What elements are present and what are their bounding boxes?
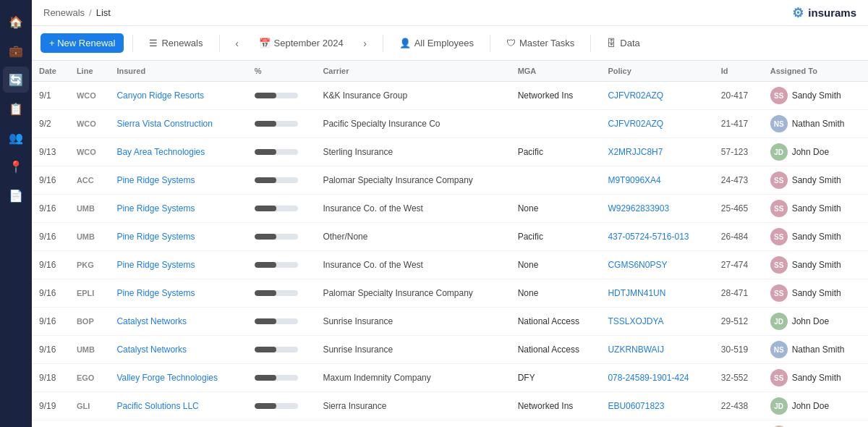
cell-policy[interactable]: EBU06071823 — [600, 392, 713, 420]
policy-link[interactable]: X2MRJJC8H7 — [608, 147, 663, 157]
date-label: September 2024 — [274, 38, 344, 48]
cell-insured[interactable]: Catalyst Networks — [109, 308, 247, 336]
cell-mga: National Access — [511, 308, 601, 336]
cell-insured[interactable]: Pine Ridge Systems — [109, 279, 247, 308]
breadcrumb-current: List — [96, 7, 111, 18]
table-row[interactable]: 9/16 ACC Pine Ridge Systems Palomar Spec… — [32, 166, 868, 195]
cell-insured[interactable]: Valley Forge Technologies — [109, 364, 247, 392]
cell-policy[interactable]: UZKRNBWAIJ — [600, 336, 713, 364]
insured-link[interactable]: Pacific Solutions LLC — [116, 401, 198, 411]
cell-policy[interactable]: W92962833903 — [600, 195, 713, 223]
assigned-name: Sandy Smith — [792, 175, 841, 185]
insured-link[interactable]: Pine Ridge Systems — [116, 203, 195, 214]
insured-link[interactable]: Canyon Ridge Resorts — [116, 90, 204, 101]
policy-link[interactable]: TSSLXOJDYA — [608, 316, 663, 326]
sidebar-item-briefcase[interactable]: 💼 — [3, 38, 29, 64]
cell-date: 9/16 — [32, 279, 69, 308]
cell-insured[interactable]: Pacific Solutions LLC — [109, 392, 247, 420]
col-date: Date — [32, 61, 69, 82]
table-row[interactable]: 9/13 WCO Bay Area Technologies Sterling … — [32, 138, 868, 166]
progress-bar — [255, 290, 298, 296]
cell-policy[interactable]: W06684450454 — [600, 420, 713, 428]
table-row[interactable]: 9/16 PKG Pine Ridge Systems Insurance Co… — [32, 251, 868, 279]
table-row[interactable]: 9/19 UMB Pacific Solutions LLC The Ohio … — [32, 420, 868, 428]
insured-link[interactable]: Pine Ridge Systems — [116, 260, 195, 270]
insured-link[interactable]: Pine Ridge Systems — [116, 288, 195, 298]
table-row[interactable]: 9/16 UMB Catalyst Networks Sunrise Insur… — [32, 336, 868, 364]
sidebar-item-list[interactable]: 📋 — [3, 96, 29, 122]
cell-policy[interactable]: 437-05724-5716-013 — [600, 223, 713, 251]
cell-policy[interactable]: M9T9096XA4 — [600, 166, 713, 195]
next-month-button[interactable]: › — [357, 35, 374, 52]
avatar: NS — [770, 341, 788, 358]
shield-icon: 🛡 — [506, 38, 516, 48]
sidebar-item-document[interactable]: 📄 — [3, 182, 29, 208]
table-row[interactable]: 9/16 BOP Catalyst Networks Sunrise Insur… — [32, 308, 868, 336]
table-row[interactable]: 9/2 WCO Sierra Vista Construction Pacifi… — [32, 110, 868, 138]
insured-link[interactable]: Catalyst Networks — [116, 316, 187, 326]
breadcrumb-parent[interactable]: Renewals — [43, 7, 85, 18]
insured-link[interactable]: Valley Forge Technologies — [116, 373, 218, 383]
new-renewal-button[interactable]: + New Renewal — [41, 33, 124, 53]
topbar: Renewals / List ⚙ insurams — [32, 0, 868, 26]
policy-link[interactable]: UZKRNBWAIJ — [608, 344, 664, 355]
cell-policy[interactable]: X2MRJJC8H7 — [600, 138, 713, 166]
table-row[interactable]: 9/16 EPLI Pine Ridge Systems Palomar Spe… — [32, 279, 868, 308]
policy-link[interactable]: M9T9096XA4 — [608, 175, 660, 185]
cell-policy[interactable]: TSSLXOJDYA — [600, 308, 713, 336]
policy-link[interactable]: CJFVR02AZQ — [608, 119, 663, 129]
policy-link[interactable]: HDTJMN41UN — [608, 288, 665, 298]
prev-month-button[interactable]: ‹ — [229, 35, 246, 52]
cell-insured[interactable]: Catalyst Networks — [109, 336, 247, 364]
table-row[interactable]: 9/16 UMB Pine Ridge Systems Other/None P… — [32, 223, 868, 251]
cell-mga: National Access — [511, 336, 601, 364]
cell-insured[interactable]: Sierra Vista Construction — [109, 110, 247, 138]
sidebar-item-renewals[interactable]: 🔄 — [3, 67, 29, 93]
employees-button[interactable]: 👤 All Employees — [392, 34, 481, 52]
cell-insured[interactable]: Canyon Ridge Resorts — [109, 82, 247, 110]
assigned-container: SS Sandy Smith — [770, 256, 861, 274]
renewals-button[interactable]: ☰ Renewals — [142, 34, 210, 52]
sidebar-item-employees[interactable]: 👥 — [3, 124, 29, 151]
cell-insured[interactable]: Pacific Solutions LLC — [109, 420, 247, 428]
table-row[interactable]: 9/1 WCO Canyon Ridge Resorts K&K Insuran… — [32, 82, 868, 110]
cell-policy[interactable]: CGMS6N0PSY — [600, 251, 713, 279]
insured-link[interactable]: Pine Ridge Systems — [116, 232, 195, 242]
sidebar-item-location[interactable]: 📍 — [3, 153, 29, 179]
progress-bar — [255, 318, 298, 324]
toolbar-divider-1 — [132, 35, 133, 52]
cell-insured[interactable]: Bay Area Technologies — [109, 138, 247, 166]
sidebar-item-home[interactable]: 🏠 — [3, 9, 29, 35]
data-button[interactable]: 🗄 Data — [600, 34, 647, 52]
table-row[interactable]: 9/16 UMB Pine Ridge Systems Insurance Co… — [32, 195, 868, 223]
table-row[interactable]: 9/19 GLI Pacific Solutions LLC Sierra In… — [32, 392, 868, 420]
cell-insured[interactable]: Pine Ridge Systems — [109, 251, 247, 279]
policy-link[interactable]: EBU06071823 — [608, 401, 664, 411]
insured-link[interactable]: Catalyst Networks — [116, 344, 187, 355]
insured-link[interactable]: Bay Area Technologies — [116, 147, 205, 157]
cell-date: 9/16 — [32, 251, 69, 279]
table-container[interactable]: Date Line Insured % Carrier MGA Policy I… — [32, 61, 868, 427]
cell-line: EPLI — [69, 279, 110, 308]
policy-link[interactable]: CJFVR02AZQ — [608, 90, 663, 101]
assigned-name: Nathan Smith — [792, 119, 845, 129]
policy-link[interactable]: 437-05724-5716-013 — [608, 232, 689, 242]
cell-insured[interactable]: Pine Ridge Systems — [109, 195, 247, 223]
insured-link[interactable]: Sierra Vista Construction — [116, 119, 213, 129]
policy-link[interactable]: W92962833903 — [608, 203, 669, 214]
cell-policy[interactable]: CJFVR02AZQ — [600, 110, 713, 138]
policy-link[interactable]: CGMS6N0PSY — [608, 260, 667, 270]
cell-policy[interactable]: 078-24589-1901-424 — [600, 364, 713, 392]
master-tasks-button[interactable]: 🛡 Master Tasks — [499, 34, 582, 52]
cell-id: 32-552 — [714, 364, 763, 392]
table-row[interactable]: 9/18 EGO Valley Forge Technologies Maxum… — [32, 364, 868, 392]
cell-insured[interactable]: Pine Ridge Systems — [109, 166, 247, 195]
cell-insured[interactable]: Pine Ridge Systems — [109, 223, 247, 251]
date-picker-button[interactable]: 📅 September 2024 — [252, 34, 351, 52]
cell-policy[interactable]: HDTJMN41UN — [600, 279, 713, 308]
cell-policy[interactable]: CJFVR02AZQ — [600, 82, 713, 110]
cell-date: 9/19 — [32, 392, 69, 420]
assigned-name: Sandy Smith — [792, 203, 841, 214]
policy-link[interactable]: 078-24589-1901-424 — [608, 373, 689, 383]
insured-link[interactable]: Pine Ridge Systems — [116, 175, 195, 185]
